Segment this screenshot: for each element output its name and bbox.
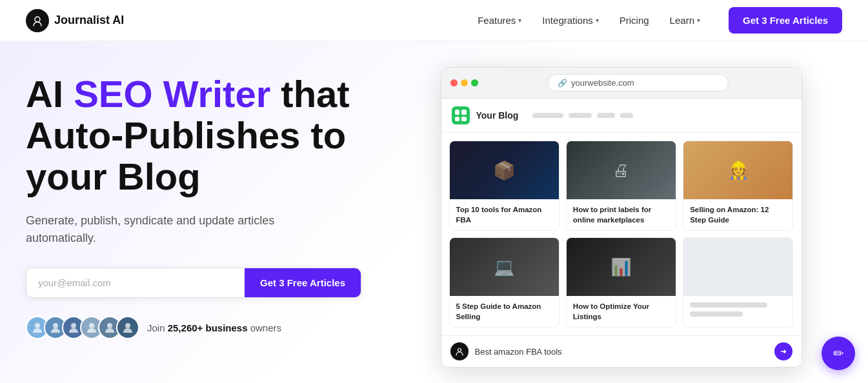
chat-bubble-button[interactable]: ✏ xyxy=(822,337,855,370)
card-placeholder-lines xyxy=(683,296,792,323)
url-text: yourwebsite.com xyxy=(571,78,634,88)
card-title: How to Optimize Your Listings xyxy=(573,301,669,322)
placeholder-line xyxy=(690,311,743,317)
hero-left: AI SEO Writer that Auto-Publishes to you… xyxy=(26,67,387,339)
browser-url-bar: 🔗 yourwebsite.com xyxy=(548,74,729,92)
blog-header: Your Blog xyxy=(441,99,802,133)
hero-right: 🔗 yourwebsite.com Your Blog xyxy=(387,67,842,368)
logo-text: Journalist AI xyxy=(54,14,124,27)
card-body: Selling on Amazon: 12 Step Guide xyxy=(683,199,792,230)
card-image: 🖨 xyxy=(567,141,676,199)
ai-search-bar: Best amazon FBA tools ➜ xyxy=(441,335,802,367)
svg-point-5 xyxy=(107,323,112,328)
chat-icon: ✏ xyxy=(833,346,844,361)
card-image: 💻 xyxy=(450,238,559,296)
minimize-button-dot xyxy=(461,79,468,86)
card-title: 5 Step Guide to Amazon Selling xyxy=(456,301,552,322)
social-proof: Join 25,260+ business owners xyxy=(26,316,387,339)
blog-card: 👷 Selling on Amazon: 12 Step Guide xyxy=(683,141,793,231)
svg-point-2 xyxy=(53,323,58,328)
browser-bar: 🔗 yourwebsite.com xyxy=(441,68,802,99)
hero-section: AI SEO Writer that Auto-Publishes to you… xyxy=(0,41,868,383)
nav-line xyxy=(532,113,563,118)
nav-features[interactable]: Features ▾ xyxy=(470,10,529,31)
ai-search-text: Best amazon FBA tools xyxy=(475,347,768,357)
chevron-down-icon: ▾ xyxy=(596,17,599,24)
blog-card: 📊 How to Optimize Your Listings xyxy=(566,237,676,328)
nav-line xyxy=(569,113,592,118)
chevron-down-icon: ▾ xyxy=(518,17,521,24)
ai-search-send-button[interactable]: ➜ xyxy=(774,342,792,360)
card-image: 📊 xyxy=(567,238,676,296)
card-body: How to print labels for online marketpla… xyxy=(567,199,676,230)
fullscreen-button-dot xyxy=(471,79,478,86)
blog-nav xyxy=(532,113,633,118)
svg-point-0 xyxy=(35,17,40,22)
card-image xyxy=(683,238,792,296)
blog-name: Your Blog xyxy=(476,110,519,121)
nav-line xyxy=(620,113,633,118)
hero-subtitle: Generate, publish, syndicate and update … xyxy=(26,212,297,247)
card-body: Top 10 tools for Amazon FBA xyxy=(450,199,559,230)
svg-point-6 xyxy=(125,323,130,328)
ai-logo-icon xyxy=(450,342,469,360)
nav-integrations[interactable]: Integrations ▾ xyxy=(534,10,606,31)
email-form: Get 3 Free Articles xyxy=(26,268,361,298)
hero-title: AI SEO Writer that Auto-Publishes to you… xyxy=(26,74,387,197)
blog-card: 💻 5 Step Guide to Amazon Selling xyxy=(449,237,560,328)
card-body: How to Optimize Your Listings xyxy=(567,296,676,327)
logo-dot xyxy=(455,110,460,115)
logo[interactable]: Journalist AI xyxy=(26,9,124,32)
chevron-down-icon: ▾ xyxy=(697,17,700,24)
card-title: Top 10 tools for Amazon FBA xyxy=(456,204,552,225)
close-button-dot xyxy=(450,79,458,86)
nav-pricing[interactable]: Pricing xyxy=(612,10,657,31)
placeholder-line xyxy=(690,302,767,308)
blog-card: 🖨 How to print labels for online marketp… xyxy=(566,141,676,231)
svg-point-7 xyxy=(458,349,461,352)
blog-logo-icon xyxy=(452,106,470,124)
svg-point-1 xyxy=(35,323,40,328)
card-body: 5 Step Guide to Amazon Selling xyxy=(450,296,559,327)
card-image: 📦 xyxy=(450,141,559,199)
logo-dot xyxy=(455,117,460,122)
blog-grid: 📦 Top 10 tools for Amazon FBA 🖨 How to p… xyxy=(441,133,802,335)
blog-card: 📦 Top 10 tools for Amazon FBA xyxy=(449,141,560,231)
logo-dot xyxy=(461,117,467,122)
email-input[interactable] xyxy=(26,268,245,297)
social-proof-text: Join 25,260+ business owners xyxy=(147,322,281,333)
browser-traffic-lights xyxy=(450,79,478,86)
logo-icon xyxy=(26,9,49,32)
card-image: 👷 xyxy=(683,141,792,199)
nav-learn[interactable]: Learn ▾ xyxy=(662,10,708,31)
navbar: Journalist AI Features ▾ Integrations ▾ … xyxy=(0,0,868,41)
browser-mockup: 🔗 yourwebsite.com Your Blog xyxy=(441,67,802,368)
logo-dot xyxy=(461,110,467,115)
avatar xyxy=(116,316,139,339)
svg-point-4 xyxy=(89,323,94,328)
nav-cta-button[interactable]: Get 3 Free Articles xyxy=(729,7,842,34)
card-title: Selling on Amazon: 12 Step Guide xyxy=(690,204,786,225)
card-title: How to print labels for online marketpla… xyxy=(573,204,669,225)
blog-card-placeholder xyxy=(683,237,793,328)
link-icon: 🔗 xyxy=(558,79,567,88)
social-proof-count: 25,260+ business xyxy=(168,322,248,333)
svg-point-3 xyxy=(71,323,76,328)
email-cta-button[interactable]: Get 3 Free Articles xyxy=(245,268,361,297)
avatars xyxy=(26,316,139,339)
nav-line xyxy=(597,113,615,118)
hero-title-highlight: SEO Writer xyxy=(74,73,270,115)
nav-links: Features ▾ Integrations ▾ Pricing Learn … xyxy=(470,10,708,31)
